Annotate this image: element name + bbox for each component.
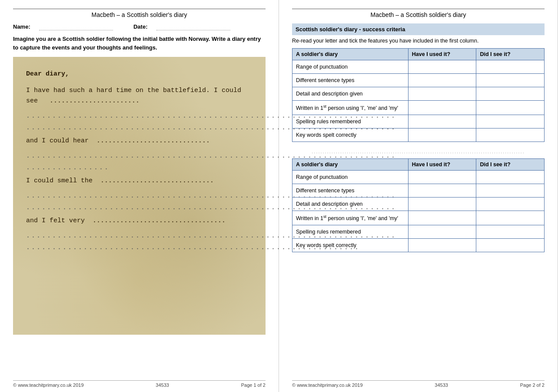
name-date-row: Name: Date: xyxy=(13,23,266,30)
row1b-col3 xyxy=(476,171,545,184)
diary-dots5: ........................................… xyxy=(26,192,252,200)
page-2: Macbeth – a Scottish soldier's diary Sco… xyxy=(279,0,558,392)
table-row: Written in 1st person using 'I', 'me' an… xyxy=(292,211,545,225)
separator: ........................................… xyxy=(292,149,545,154)
row2-col3 xyxy=(476,74,545,87)
row4b-col1: Written in 1st person using 'I', 'me' an… xyxy=(292,211,409,225)
table-row: Different sentence types xyxy=(292,184,545,198)
diary-line4: I could smell the ......................… xyxy=(26,176,252,186)
diary-dots3: ........................................… xyxy=(26,152,252,160)
date-label: Date: xyxy=(133,23,148,30)
table2-header-col2: Have I used it? xyxy=(408,159,476,171)
row3-col3 xyxy=(476,87,545,101)
row1-col2 xyxy=(408,60,476,74)
table-row: Spelling rules remembered xyxy=(292,115,545,128)
name-dots xyxy=(39,23,113,30)
row3-col2 xyxy=(408,87,476,101)
row1-col3 xyxy=(476,60,545,74)
table1-header-row: A soldier's diary Have I used it? Did I … xyxy=(292,49,545,60)
row5-col2 xyxy=(408,115,476,128)
row4b-col3 xyxy=(476,211,545,225)
row3b-col3 xyxy=(476,198,545,211)
diary-line1: Dear diary, xyxy=(26,69,252,79)
table-row: Range of punctuation xyxy=(292,60,545,74)
page2-copyright: © www.teachitprimary.co.uk 2019 xyxy=(292,382,363,388)
row1b-col2 xyxy=(408,171,476,184)
diary-dots4: ................ xyxy=(26,164,252,171)
table-row: Written in 1st person using 'I', 'me' an… xyxy=(292,101,545,115)
page1-page: Page 1 of 2 xyxy=(241,382,266,388)
criteria-table-2: A soldier's diary Have I used it? Did I … xyxy=(292,158,545,252)
row5b-col2 xyxy=(408,225,476,239)
row6-col1: Key words spelt correctly xyxy=(292,128,409,142)
table-row: Different sentence types xyxy=(292,74,545,87)
row3b-col1: Detail and description given xyxy=(292,198,409,211)
name-label: Name: xyxy=(13,23,30,30)
row5b-col3 xyxy=(476,225,545,239)
row6b-col2 xyxy=(408,239,476,252)
criteria-table-1: A soldier's diary Have I used it? Did I … xyxy=(292,48,545,142)
instructions: Imagine you are a Scottish soldier follo… xyxy=(13,35,266,52)
table1-header-col3: Did I see it? xyxy=(476,49,545,60)
row6-col3 xyxy=(476,128,545,142)
row2-col2 xyxy=(408,74,476,87)
row1-col1: Range of punctuation xyxy=(292,60,409,74)
page1-title: Macbeth – a Scottish soldier's diary xyxy=(13,9,266,18)
page2-title: Macbeth – a Scottish soldier's diary xyxy=(292,9,545,18)
row5-col1: Spelling rules remembered xyxy=(292,115,409,128)
table1-header-col2: Have I used it? xyxy=(408,49,476,60)
row3-col1: Detail and description given xyxy=(292,87,409,101)
page-1: Macbeth – a Scottish soldier's diary Nam… xyxy=(0,0,279,392)
row6b-col1: Key words spelt correctly xyxy=(292,239,409,252)
table2-header-row: A soldier's diary Have I used it? Did I … xyxy=(292,159,545,171)
page1-footer: © www.teachitprimary.co.uk 2019 34533 Pa… xyxy=(13,380,266,388)
diary-dots7: ........................................… xyxy=(26,232,252,240)
page1-copyright: © www.teachitprimary.co.uk 2019 xyxy=(13,382,84,388)
row6b-col3 xyxy=(476,239,545,252)
row5b-col1: Spelling rules remembered xyxy=(292,225,409,239)
row2b-col2 xyxy=(408,184,476,198)
success-instruction: Re-read your letter and tick the feature… xyxy=(292,38,545,44)
row1b-col1: Range of punctuation xyxy=(292,171,409,184)
table1-header-col1: A soldier's diary xyxy=(292,49,409,60)
diary-dots1: ........................................… xyxy=(26,112,252,120)
diary-line5: and I felt very ........................… xyxy=(26,216,252,226)
row2-col1: Different sentence types xyxy=(292,74,409,87)
table-row: Spelling rules remembered xyxy=(292,225,545,239)
table-row: Detail and description given xyxy=(292,198,545,211)
success-header: Scottish soldier's diary - success crite… xyxy=(292,23,545,35)
diary-dots2: ........................................… xyxy=(26,124,252,132)
diary-line2: I have had such a hard time on the battl… xyxy=(26,86,252,106)
row4-col2 xyxy=(408,101,476,115)
row5-col3 xyxy=(476,115,545,128)
row3b-col2 xyxy=(408,198,476,211)
date-dots xyxy=(156,23,230,30)
diary-line3: and I could hear .......................… xyxy=(26,136,252,146)
table-row: Detail and description given xyxy=(292,87,545,101)
table-row: Key words spelt correctly xyxy=(292,128,545,142)
row4-col1: Written in 1st person using 'I', 'me' an… xyxy=(292,101,409,115)
row4-col3 xyxy=(476,101,545,115)
diary-dots6: ........................................… xyxy=(26,204,252,211)
row2b-col3 xyxy=(476,184,545,198)
page2-page: Page 2 of 2 xyxy=(520,382,545,388)
table-row: Key words spelt correctly xyxy=(292,239,545,252)
table-row: Range of punctuation xyxy=(292,171,545,184)
page2-code: 34533 xyxy=(435,382,448,388)
diary-dots8: ........................................… xyxy=(26,244,252,251)
page2-footer: © www.teachitprimary.co.uk 2019 34533 Pa… xyxy=(292,380,545,388)
row6-col2 xyxy=(408,128,476,142)
row4b-col2 xyxy=(408,211,476,225)
table2-header-col3: Did I see it? xyxy=(476,159,545,171)
row2b-col1: Different sentence types xyxy=(292,184,409,198)
page1-code: 34533 xyxy=(156,382,169,388)
diary-area: Dear diary, I have had such a hard time … xyxy=(13,57,266,335)
table2-header-col1: A soldier's diary xyxy=(292,159,409,171)
